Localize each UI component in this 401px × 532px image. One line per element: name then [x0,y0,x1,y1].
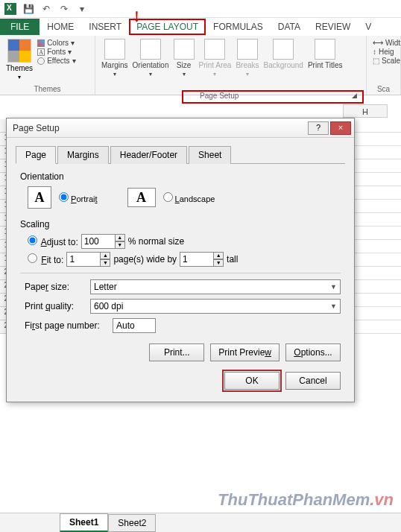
group-label-themes: Themes [6,85,89,93]
qat-dropdown-icon[interactable]: ▾ [76,3,88,15]
tab-data[interactable]: DATA [271,19,308,35]
tab-view[interactable]: V [358,19,379,35]
print-titles-button[interactable]: Print Titles [308,39,343,77]
dialog-tab-page[interactable]: Page [16,146,56,164]
fit-tall-spinner[interactable] [180,252,214,267]
chevron-down-icon: ▼ [330,283,337,291]
dialog-tab-margins[interactable]: Margins [57,146,109,164]
tab-insert[interactable]: INSERT [81,19,129,35]
ribbon: Themes ▾ Colors▾ AFonts▾ Effects▾ Themes… [0,36,401,95]
tab-file[interactable]: FILE [0,19,40,35]
portrait-icon: A [28,186,51,209]
print-button[interactable]: Print... [149,343,204,361]
cancel-button[interactable]: Cancel [285,372,341,390]
orientation-button[interactable]: Orientation▾ [133,39,169,77]
sheet-tab-bar: Sheet1 Sheet2 [0,513,401,532]
colors-button[interactable]: Colors▾ [37,39,75,47]
height-option[interactable]: ↕ Heig [373,48,394,56]
tab-review[interactable]: REVIEW [308,19,358,35]
themes-button-label: Themes [6,64,33,72]
dialog-titlebar[interactable]: Page Setup ? × [7,118,354,138]
breaks-button[interactable]: Breaks▾ [236,39,259,77]
dialog-tabs: Page Margins Header/Footer Sheet [16,145,345,164]
scaling-section-label: Scaling [20,219,341,229]
landscape-radio[interactable]: Landscape [163,192,215,203]
portrait-radio[interactable]: Portrait [59,192,98,203]
effects-button[interactable]: Effects▾ [37,57,75,65]
orientation-section-label: Orientation [20,171,341,182]
dialog-title: Page Setup [13,123,60,133]
width-option[interactable]: ⟷ Widt [373,39,394,47]
first-page-label: First page number: [25,320,107,331]
fit-wide-suffix: page(s) wide by [113,254,177,265]
dialog-tab-header-footer[interactable]: Header/Footer [110,146,187,164]
paper-size-dropdown[interactable]: Letter▼ [90,279,341,294]
print-quality-dropdown[interactable]: 600 dpi▼ [90,299,341,314]
fit-wide-spinner[interactable] [66,252,101,267]
size-icon [174,39,195,60]
fonts-button[interactable]: AFonts▾ [37,48,75,56]
group-label-page-setup: Page Setup [200,92,239,100]
redo-icon[interactable]: ↷ [58,3,70,15]
fit-to-radio[interactable]: Fit to: [28,253,63,265]
print-area-button[interactable]: Print Area▾ [199,39,232,77]
sheet-tab-1[interactable]: Sheet1 [60,513,108,532]
adjust-to-spinner[interactable] [81,234,116,249]
background-icon [273,39,294,60]
margins-button[interactable]: Margins▾ [101,39,128,77]
help-button[interactable]: ? [308,121,329,135]
paper-size-label: Paper size: [25,282,84,292]
tab-home[interactable]: HOME [40,19,81,35]
save-icon[interactable]: 💾 [22,3,34,15]
ribbon-tabs: FILE HOME INSERT PAGE LAYOUT FORMULAS DA… [0,18,401,36]
page-setup-launcher-icon[interactable]: ◢ [352,92,357,99]
group-label-scale: Sca [373,85,394,93]
print-titles-icon [315,39,335,60]
print-preview-button[interactable]: Print Preview [210,343,280,361]
ok-button[interactable]: OK [224,372,280,390]
spinner-buttons[interactable]: ▲▼ [115,234,125,249]
excel-app-icon [4,3,16,15]
sheet-tab-2[interactable]: Sheet2 [108,514,156,532]
themes-icon[interactable] [7,39,31,63]
column-header-h[interactable]: H [343,104,388,118]
landscape-icon: A [127,188,156,207]
quick-access-toolbar: 💾 ↶ ↷ ▾ [0,0,401,18]
chevron-down-icon: ▼ [330,303,337,310]
watermark: ThuThuatPhanMem.vn [218,490,394,510]
adjust-to-radio[interactable]: Adjust to: [28,235,78,247]
margins-icon [104,39,125,60]
first-page-input[interactable] [113,318,156,333]
scale-option[interactable]: ⬚ Scale [373,57,394,65]
group-page-setup: Margins▾ Orientation▾ Size▾ Print Area▾ … [95,36,367,95]
options-button[interactable]: Options... [285,343,341,361]
size-button[interactable]: Size▾ [174,39,195,77]
print-area-icon [204,39,225,60]
print-quality-label: Print quality: [25,301,84,311]
orientation-icon [140,39,161,60]
fit-tall-suffix: tall [227,254,238,265]
adjust-to-suffix: % normal size [128,236,184,247]
group-themes: Themes ▾ Colors▾ AFonts▾ Effects▾ Themes [0,36,95,95]
undo-icon[interactable]: ↶ [40,3,52,15]
group-scale: ⟷ Widt ↕ Heig ⬚ Scale Sca [367,36,401,95]
dialog-tab-sheet[interactable]: Sheet [189,146,231,164]
breaks-icon [237,39,258,60]
background-button[interactable]: Background [264,39,303,77]
close-button[interactable]: × [330,121,351,135]
page-setup-dialog: Page Setup ? × Page Margins Header/Foote… [6,118,355,402]
tab-formulas[interactable]: FORMULAS [206,19,271,35]
